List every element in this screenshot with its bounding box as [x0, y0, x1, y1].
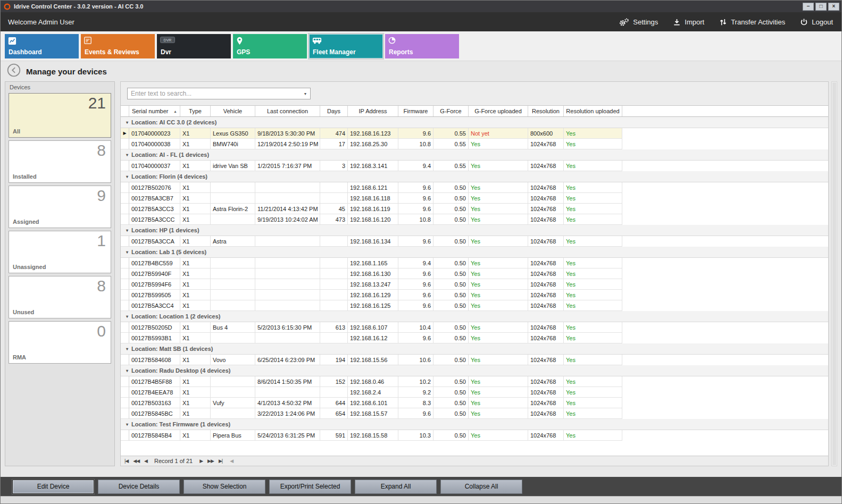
pager-extra-button[interactable]: ◀ — [230, 458, 233, 464]
toolbar-action-settings[interactable]: Settings — [619, 18, 658, 27]
device-row[interactable]: 00127B50205DX1Bus 45/2/2013 6:15:30 PM61… — [121, 322, 828, 333]
device-row[interactable]: 00127B4B5F88X18/6/2014 1:50:35 PM152192.… — [121, 376, 828, 387]
show-selection-button[interactable]: Show Selection — [184, 480, 265, 494]
edit-device-button[interactable]: Edit Device — [12, 480, 94, 494]
group-row-location-ai-cc-3-0-2-devices[interactable]: ▾Location: AI CC 3.0 (2 devices) — [121, 117, 828, 128]
days-cell: 654 — [320, 408, 348, 419]
column-header-days[interactable]: Days — [320, 106, 348, 116]
device-row[interactable]: 00127B5A3CC4X1192.168.16.1259.60.50Yes10… — [121, 300, 828, 311]
group-row-location-test-firmware-1-devices[interactable]: ▾Location: Test Firmware (1 devices) — [121, 419, 828, 430]
serial-cell: 00127B4BC559 — [129, 258, 180, 268]
last-connection-cell: 3/22/2013 1:24:06 PM — [255, 408, 320, 419]
serial-cell: 00127B5A3CB7 — [129, 193, 180, 204]
toolbar-action-transfer-activities[interactable]: Transfer Activities — [719, 18, 785, 26]
group-row-location-florin-4-devices[interactable]: ▾Location: Florin (4 devices) — [121, 171, 828, 182]
gforce-cell: 0.50 — [433, 333, 469, 343]
vertical-scrollbar[interactable] — [831, 81, 837, 466]
column-header-ip-address[interactable]: IP Address — [348, 106, 398, 116]
pager-prev-page-button[interactable]: ◀◀ — [133, 458, 139, 464]
collapse-all-button[interactable]: Collapse All — [440, 480, 522, 494]
group-row-location-location-1-2-devices[interactable]: ▾Location: Location 1 (2 devices) — [121, 311, 828, 322]
device-filter-all[interactable]: 21All — [9, 93, 111, 138]
column-header-serial-number[interactable]: Serial number▲ — [129, 106, 180, 116]
toolbar-action-logout[interactable]: Logout — [800, 18, 833, 26]
device-row[interactable]: 00127B4BC559X1192.168.1.1659.40.50Yes102… — [121, 258, 828, 268]
tab-reports[interactable]: Reports — [385, 34, 459, 58]
device-filter-installed[interactable]: 8Installed — [9, 140, 111, 183]
search-input[interactable] — [128, 90, 301, 97]
pager-next-button[interactable]: ▶ — [199, 458, 203, 464]
device-row[interactable]: 00127B5994F6X1192.168.13.2479.60.50Yes10… — [121, 279, 828, 290]
tab-dashboard[interactable]: Dashboard — [5, 34, 79, 58]
gforce-cell: 0.55 — [433, 139, 469, 149]
export-print-selected-button[interactable]: Export/Print Selected — [269, 480, 351, 494]
back-button[interactable] — [7, 63, 21, 79]
tab-gps[interactable]: GPS — [233, 34, 307, 58]
scrollbar-thumb[interactable] — [832, 82, 836, 465]
vehicle-cell — [211, 258, 255, 268]
close-button[interactable]: × — [828, 3, 839, 11]
search-dropdown-button[interactable]: ▼ — [301, 88, 310, 99]
pager-prev-button[interactable]: ◀ — [144, 458, 147, 464]
gps-pin-icon — [236, 37, 243, 45]
column-header-g-force-uploaded[interactable]: G-Force uploaded — [469, 106, 528, 116]
row-indicator — [121, 355, 129, 365]
column-header-resolution-uploaded[interactable]: Resolution uploaded — [564, 106, 622, 116]
device-filter-assigned[interactable]: 9Assigned — [9, 186, 111, 228]
device-row[interactable]: 017040000038X1BMW740i12/19/2014 2:50:19 … — [121, 139, 828, 149]
device-row[interactable]: 00127B5845BCX13/22/2013 1:24:06 PM654192… — [121, 408, 828, 419]
device-row[interactable]: ▶017040000023X1Lexus GS3509/18/2013 5:30… — [121, 128, 828, 139]
group-row-location-hp-1-devices[interactable]: ▾Location: HP (1 devices) — [121, 225, 828, 236]
tab-label: Dashboard — [9, 48, 42, 56]
device-row[interactable]: 00127B5A3CCCX19/19/2013 10:24:02 AM47319… — [121, 214, 828, 225]
toolbar-action-import[interactable]: Import — [673, 18, 704, 26]
minimize-button[interactable]: – — [803, 3, 814, 11]
device-row[interactable]: 00127B502076X1192.168.6.1219.60.50Yes102… — [121, 182, 828, 193]
group-row-location-ai-fl-1-devices[interactable]: ▾Location: AI - FL (1 devices) — [121, 149, 828, 161]
maximize-button[interactable]: □ — [815, 3, 827, 11]
column-header-firmware[interactable]: Firmware — [398, 106, 433, 116]
expand-all-button[interactable]: Expand All — [355, 480, 437, 494]
gforce-cell: 0.50 — [433, 300, 469, 311]
device-row[interactable]: 017040000037X1idrive Van SB1/2/2015 7:16… — [121, 161, 828, 171]
column-header-type[interactable]: Type — [180, 106, 211, 116]
pager-first-button[interactable]: |◀ — [124, 458, 128, 464]
last-connection-cell — [255, 182, 320, 193]
tab-dvr[interactable]: DVRDvr — [157, 34, 231, 58]
device-row[interactable]: 00127B4EEA78X1192.168.2.49.20.50Yes1024x… — [121, 387, 828, 398]
column-header-resolution[interactable]: Resolution — [528, 106, 564, 116]
gforce-cell: 0.50 — [433, 182, 469, 193]
device-row[interactable]: 00127B5845B4X1Pipera Bus5/24/2013 6:31:2… — [121, 430, 828, 441]
device-row[interactable]: 00127B503163X1Vufy4/1/2013 4:50:32 PM644… — [121, 398, 828, 408]
resolution-cell: 1024x768 — [528, 139, 564, 149]
resolution-uploaded-cell: Yes — [564, 387, 622, 398]
device-row[interactable]: 00127B5A3CB7X1192.168.16.1189.60.50Yes10… — [121, 193, 828, 204]
tab-events-reviews[interactable]: Events & Reviews — [81, 34, 155, 58]
ip-cell: 192.168.13.247 — [348, 279, 398, 290]
device-filter-unused[interactable]: 8Unused — [9, 276, 111, 318]
pager-next-page-button[interactable]: ▶▶ — [207, 458, 214, 464]
firmware-cell: 9.6 — [398, 236, 433, 247]
device-row[interactable]: 00127B5A3CC3X1Astra Florin-211/21/2014 4… — [121, 204, 828, 214]
column-header-g-force[interactable]: G-Force — [433, 106, 469, 116]
row-indicator — [121, 268, 129, 279]
firmware-cell: 9.6 — [398, 279, 433, 290]
row-indicator — [121, 279, 129, 290]
device-details-button[interactable]: Device Details — [98, 480, 180, 494]
device-count: 9 — [97, 187, 106, 205]
gforce-uploaded-cell: Yes — [469, 161, 528, 171]
group-row-location-matt-sb-1-devices[interactable]: ▾Location: Matt SB (1 devices) — [121, 343, 828, 355]
group-row-location-lab-1-5-devices[interactable]: ▾Location: Lab 1 (5 devices) — [121, 247, 828, 258]
device-row[interactable]: 00127B5993B1X1192.168.16.129.60.50Yes102… — [121, 333, 828, 343]
device-filter-unassigned[interactable]: 1Unassigned — [9, 231, 111, 273]
pager-last-button[interactable]: ▶| — [219, 458, 222, 464]
device-row[interactable]: 00127B584608X1Vovo6/25/2014 6:23:09 PM19… — [121, 355, 828, 365]
column-header-last-connection[interactable]: Last connection — [255, 106, 320, 116]
group-row-location-radu-desktop-4-devices[interactable]: ▾Location: Radu Desktop (4 devices) — [121, 365, 828, 376]
column-header-vehicle[interactable]: Vehicle — [211, 106, 255, 116]
device-row[interactable]: 00127B599505X1192.168.16.1299.60.50Yes10… — [121, 290, 828, 300]
device-filter-rma[interactable]: 0RMA — [9, 321, 111, 364]
tab-fleet-manager[interactable]: Fleet Manager — [309, 34, 383, 58]
device-row[interactable]: 00127B5A3CCAX1Astra192.168.16.1349.60.50… — [121, 236, 828, 247]
device-row[interactable]: 00127B59940FX1192.168.16.1309.60.50Yes10… — [121, 268, 828, 279]
